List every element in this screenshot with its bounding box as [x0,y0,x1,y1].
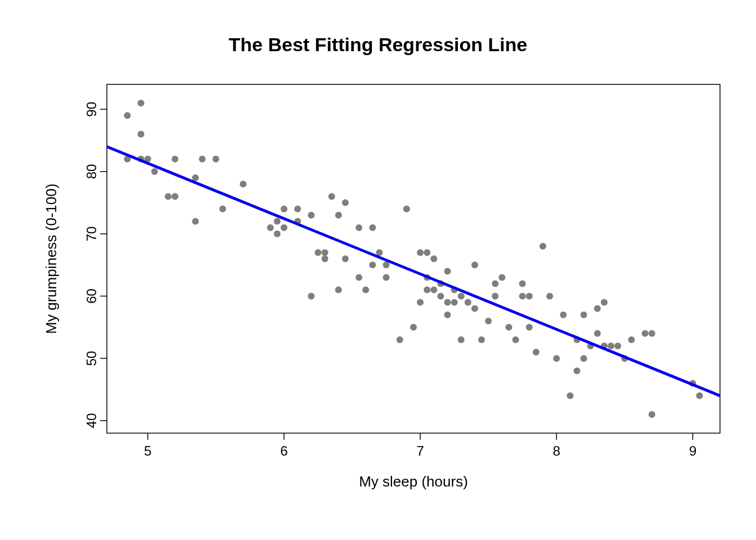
data-point [430,255,437,262]
data-point [172,193,178,200]
data-point [417,249,424,256]
data-point [465,299,471,306]
data-point [574,367,580,374]
data-point [356,224,362,231]
data-point [342,199,349,206]
data-point [424,286,430,293]
data-point [199,156,206,163]
data-points [124,100,703,418]
data-point [444,299,451,306]
data-point [553,355,560,362]
data-point [308,292,314,299]
y-tick-label: 50 [84,351,99,366]
data-point [444,268,451,274]
data-point [192,174,199,181]
data-point [335,212,342,219]
data-point [628,336,635,343]
data-point [274,218,281,225]
data-point [601,299,608,306]
scatter-chart: 56789 405060708090 My sleep (hours) My g… [0,0,756,540]
data-point [322,255,328,262]
y-axis: 405060708090 [84,102,107,428]
data-point [410,324,417,331]
data-point [369,224,376,231]
y-tick-label: 90 [84,102,99,117]
data-point [192,218,199,225]
data-point [512,336,519,343]
data-point [519,280,526,287]
data-point [492,280,498,287]
data-point [369,262,376,268]
data-point [294,205,301,212]
data-point [151,168,158,175]
x-axis: 56789 [144,433,696,458]
data-point [172,156,178,163]
data-point [322,249,328,256]
data-point [376,249,382,256]
data-point [519,292,526,299]
data-point [451,299,458,306]
y-tick-label: 80 [84,164,99,179]
data-point [492,292,498,299]
data-point [458,292,465,299]
data-point [471,262,478,268]
data-point [594,330,601,337]
data-point [383,262,390,268]
y-tick-label: 70 [84,226,99,241]
data-point [594,305,601,312]
data-point [274,231,281,237]
data-point [314,249,321,256]
x-axis-label: My sleep (hours) [359,473,468,490]
data-point [267,224,274,231]
data-point [138,100,145,106]
data-point [437,292,444,299]
data-point [335,286,342,293]
x-tick-label: 9 [689,443,696,458]
data-point [342,255,349,262]
data-point [383,274,390,281]
data-point [424,249,430,256]
data-point [526,292,533,299]
data-point [614,343,621,349]
data-point [219,205,226,212]
data-point [471,305,478,312]
data-point [560,312,566,318]
chart-container: The Best Fitting Regression Line 56789 4… [0,0,756,540]
data-point [506,324,512,331]
data-point [138,131,145,138]
data-point [124,112,130,119]
data-point [397,336,403,343]
data-point [328,193,335,200]
data-point [213,156,219,163]
regression-line [107,147,720,396]
x-tick-label: 5 [144,443,151,458]
data-point [430,286,437,293]
data-point [546,292,553,299]
data-point [642,330,649,337]
data-point [526,324,533,331]
data-point [649,411,655,418]
data-point [580,312,587,318]
data-point [485,318,492,325]
data-point [362,286,369,293]
data-point [417,299,424,306]
data-point [165,193,172,200]
data-point [356,274,362,281]
x-tick-label: 7 [416,443,424,458]
data-point [240,181,246,187]
x-tick-label: 6 [280,443,287,458]
data-point [539,243,546,250]
chart-title: The Best Fitting Regression Line [0,34,756,56]
y-tick-label: 40 [84,413,99,429]
data-point [696,393,703,399]
y-axis-label: My grumpiness (0-100) [43,183,60,334]
plot-border [107,84,720,433]
data-point [308,212,314,219]
data-point [567,393,574,399]
x-tick-label: 8 [553,443,560,458]
data-point [281,205,287,212]
data-point [649,330,655,337]
data-point [478,336,485,343]
data-point [403,205,410,212]
data-point [281,224,287,231]
